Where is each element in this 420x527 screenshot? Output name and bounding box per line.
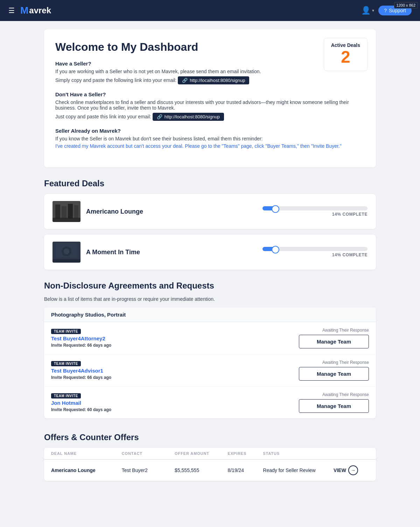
offers-table-header: DEAL NAME CONTACT OFFER AMOUNT EXPIRES S… (44, 448, 376, 460)
manage-team-button-2[interactable]: Manage Team (299, 399, 369, 413)
deal-card-left-0: Americano Lounge (52, 201, 143, 222)
awaiting-label-1: Awaiting Their Response (322, 360, 369, 365)
manage-team-button-0[interactable]: Manage Team (299, 335, 369, 348)
have-seller-link-text: http://localhost:8080/signup (190, 78, 245, 83)
no-seller-link[interactable]: 🔗 http://localhost:8080/signup (153, 113, 224, 121)
progress-label-1: 14% COMPLETE (332, 252, 368, 257)
seller-on-mavrek-heading: Seller Already on Mavrek? (55, 128, 365, 134)
manage-team-button-1[interactable]: Manage Team (299, 367, 369, 381)
nda-invite-time-1: Invite Requested: 66 days ago (51, 375, 111, 380)
deal-thumb-0 (52, 201, 80, 222)
nda-row-1: TEAM INVITE Test Buyer4Advisor1 Invite R… (44, 354, 376, 387)
navbar: ☰ M avrek 👤 ▾ ? Support 1200 x 862 (0, 0, 420, 21)
no-seller-heading: Don't Have a Seller? (55, 91, 365, 97)
have-seller-link[interactable]: 🔗 http://localhost:8080/signup (178, 76, 249, 84)
offers-table: DEAL NAME CONTACT OFFER AMOUNT EXPIRES S… (44, 448, 376, 481)
col-status: STATUS (263, 451, 334, 456)
col-contact: CONTACT (122, 451, 175, 456)
col-offer-amount: OFFER AMOUNT (175, 451, 227, 456)
svg-rect-1 (55, 204, 60, 219)
deal-card-right-0: 14% COMPLETE (255, 206, 368, 217)
invite-label-2: Invite Requested: (51, 407, 87, 412)
have-seller-heading: Have a Seller? (55, 61, 365, 67)
deal-card-left-1: A Moment In Time (52, 242, 140, 263)
nda-row-0: TEAM INVITE Test Buyer4Attorney2 Invite … (44, 322, 376, 354)
nda-person-name-1[interactable]: Test Buyer4Advisor1 (51, 368, 111, 374)
welcome-card: Welcome to My Dashboard Active Deals 2 H… (44, 29, 376, 167)
offers-contact-0: Test Buyer2 (122, 467, 175, 473)
col-deal-name: DEAL NAME (51, 451, 122, 456)
nda-row-left-2: TEAM INVITE Jon Hotmail Invite Requested… (51, 393, 111, 412)
logo: M avrek (20, 5, 51, 16)
resolution-badge: 1200 x 862 (394, 2, 418, 8)
awaiting-label-2: Awaiting Their Response (322, 392, 369, 397)
view-circle-icon-0: → (348, 465, 358, 475)
featured-deals-section: Featured Deals Americano Lounge (44, 179, 376, 270)
col-action (334, 451, 369, 456)
have-seller-section: Have a Seller? If you are working with a… (55, 61, 365, 84)
deal-name-1: A Moment In Time (86, 249, 140, 256)
logo-m: M (20, 5, 28, 16)
progress-bar-fill-0 (262, 206, 277, 210)
svg-rect-5 (52, 218, 80, 222)
nda-row-right-1: Awaiting Their Response Manage Team (299, 360, 369, 381)
svg-rect-3 (68, 204, 73, 219)
nda-table-heading: Photography Studios, Portrait (51, 312, 126, 318)
seller-reminder-link[interactable]: I've created my Mavrek account but can't… (55, 143, 342, 149)
svg-rect-2 (62, 206, 66, 219)
nda-description: Below is a list of items that are in-pro… (44, 296, 376, 302)
nda-table-header: Photography Studios, Portrait (44, 307, 376, 322)
svg-rect-10 (56, 243, 77, 257)
offers-expires-0: 8/19/24 (227, 467, 263, 473)
view-button-0[interactable]: VIEW → (334, 465, 369, 475)
nda-row-2: TEAM INVITE Jon Hotmail Invite Requested… (44, 387, 376, 418)
navbar-left: ☰ M avrek (8, 5, 51, 16)
deal-card-right-1: 14% COMPLETE (255, 247, 368, 257)
active-deals-box: Active Deals 2 (324, 38, 368, 71)
invite-label-1: Invite Requested: (51, 375, 87, 380)
deal-thumb-1 (52, 242, 80, 263)
nda-person-name-0[interactable]: Test Buyer4Attorney2 (51, 335, 111, 341)
invite-time-value-2: 60 days ago (87, 407, 111, 412)
progress-bar-1 (262, 247, 368, 251)
no-seller-line2: Just copy and paste this link into your … (55, 112, 365, 121)
user-icon: 👤 (361, 6, 371, 15)
no-seller-link-text: http://localhost:8080/signup (164, 114, 220, 119)
nda-title: Non-Disclosure Agreements and Requests (44, 281, 376, 291)
deal-card-0[interactable]: Americano Lounge 14% COMPLETE (44, 194, 376, 229)
nda-row-right-2: Awaiting Their Response Manage Team (299, 392, 369, 413)
nda-row-left-1: TEAM INVITE Test Buyer4Advisor1 Invite R… (51, 361, 111, 380)
featured-deals-title: Featured Deals (44, 179, 376, 188)
deal-card-1[interactable]: A Moment In Time 14% COMPLETE (44, 235, 376, 270)
offers-deal-name-0: Americano Lounge (51, 467, 122, 473)
view-label-0: VIEW (334, 467, 346, 473)
nda-person-name-2[interactable]: Jon Hotmail (51, 400, 111, 406)
logo-text: avrek (29, 6, 51, 15)
col-expires: EXPIRES (227, 451, 263, 456)
support-label: Support (389, 8, 406, 13)
hamburger-icon[interactable]: ☰ (8, 6, 15, 15)
nda-invite-time-0: Invite Requested: 66 days ago (51, 343, 111, 348)
offers-amount-0: $5,555,555 (175, 467, 227, 473)
svg-rect-4 (74, 205, 78, 219)
support-icon: ? (384, 8, 387, 13)
no-seller-line1: Check online marketplaces to find a sell… (55, 99, 365, 111)
progress-label-0: 14% COMPLETE (332, 212, 368, 217)
active-deals-count: 2 (331, 48, 360, 67)
progress-bar-0 (262, 206, 368, 210)
awaiting-label-0: Awaiting Their Response (322, 328, 369, 333)
nda-section: Non-Disclosure Agreements and Requests B… (44, 281, 376, 418)
nda-row-left-0: TEAM INVITE Test Buyer4Attorney2 Invite … (51, 329, 111, 348)
deal-name-0: Americano Lounge (86, 208, 143, 215)
offers-title: Offers & Counter Offers (44, 432, 376, 442)
team-invite-badge-0: TEAM INVITE (51, 329, 81, 334)
user-avatar[interactable]: 👤 ▾ (361, 6, 374, 15)
nda-invite-time-2: Invite Requested: 60 days ago (51, 407, 111, 412)
invite-time-value-0: 66 days ago (87, 343, 111, 348)
invite-label-0: Invite Requested: (51, 343, 87, 348)
nda-row-right-0: Awaiting Their Response Manage Team (299, 328, 369, 348)
offers-row-0: Americano Lounge Test Buyer2 $5,555,555 … (44, 460, 376, 481)
progress-bar-fill-1 (262, 247, 277, 251)
no-seller-link-icon: 🔗 (157, 114, 162, 119)
have-seller-line2: Simply copy and paste the following link… (55, 76, 365, 84)
